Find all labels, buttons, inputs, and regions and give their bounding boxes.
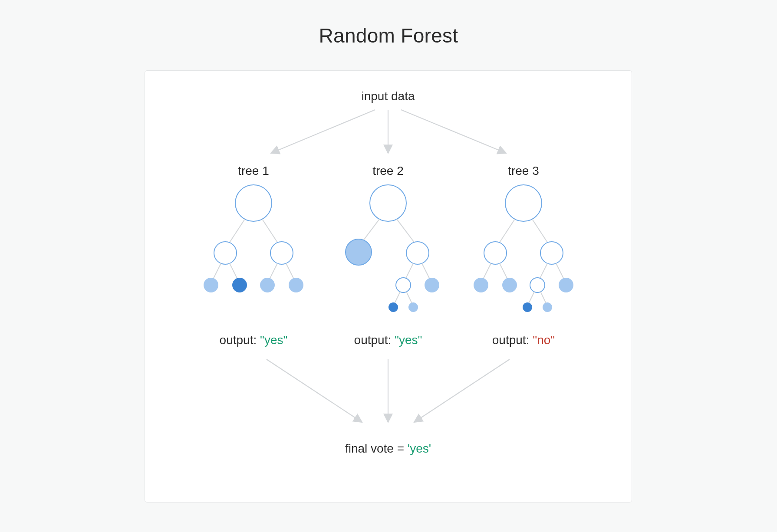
tree-3: [474, 185, 573, 312]
svg-line-16: [540, 263, 547, 279]
svg-line-11: [406, 292, 412, 303]
svg-line-18: [529, 292, 534, 303]
tree-label: tree 2: [372, 164, 404, 177]
final-vote: final vote = 'yes': [345, 442, 431, 455]
svg-line-2: [213, 263, 221, 279]
tree-node: [270, 242, 293, 264]
tree-leaf: [543, 302, 552, 312]
tree-leaf: [260, 278, 275, 292]
tree-output: output: "yes": [220, 333, 288, 347]
svg-line-12: [498, 219, 515, 244]
svg-line-0: [228, 219, 245, 244]
tree-1: [204, 185, 303, 292]
svg-line-19: [540, 292, 546, 303]
svg-line-14: [483, 263, 491, 279]
tree-output: output: "yes": [354, 333, 422, 347]
tree-output: output: "no": [492, 333, 555, 347]
tree-leaf: [502, 278, 517, 292]
svg-line-17: [556, 263, 564, 279]
svg-line-9: [422, 263, 430, 279]
tree-leaf: [408, 302, 418, 312]
svg-line-1: [262, 219, 279, 244]
tree-node: [370, 185, 406, 221]
arrow-icon: [267, 359, 362, 422]
tree-node: [214, 242, 237, 264]
input-data-label: input data: [362, 89, 415, 103]
tree-label: tree 1: [238, 164, 269, 177]
tree-leaf: [425, 278, 439, 292]
tree-label: tree 3: [508, 164, 539, 177]
diagram-title: Random Forest: [0, 24, 777, 47]
svg-line-6: [362, 219, 379, 242]
tree-leaf: [232, 278, 247, 292]
tree-leaf: [388, 302, 398, 312]
arrow-icon: [414, 359, 510, 422]
tree-leaf: [289, 278, 303, 292]
svg-line-3: [230, 263, 237, 279]
tree-leaf: [204, 278, 218, 292]
tree-leaf: [523, 302, 532, 312]
tree-node: [530, 278, 545, 292]
tree-leaf: [559, 278, 573, 292]
svg-line-10: [395, 292, 400, 303]
tree-node: [406, 242, 429, 264]
tree-node: [235, 185, 272, 221]
tree-node: [484, 242, 507, 264]
arrow-icon: [271, 110, 375, 153]
arrow-icon: [401, 110, 506, 153]
tree-leaf: [346, 239, 372, 265]
svg-line-4: [270, 263, 277, 279]
tree-node: [505, 185, 542, 221]
svg-line-8: [405, 263, 413, 279]
tree-node: [540, 242, 563, 264]
tree-2: [346, 185, 439, 312]
diagram-card: input data tree 1 tree 2 tree 3: [145, 70, 632, 502]
svg-line-5: [286, 263, 294, 279]
tree-leaf: [474, 278, 488, 292]
svg-line-13: [532, 219, 549, 244]
random-forest-diagram: input data tree 1 tree 2 tree 3: [145, 71, 632, 502]
svg-line-7: [397, 219, 414, 242]
tree-node: [396, 278, 411, 292]
svg-line-15: [500, 263, 507, 279]
